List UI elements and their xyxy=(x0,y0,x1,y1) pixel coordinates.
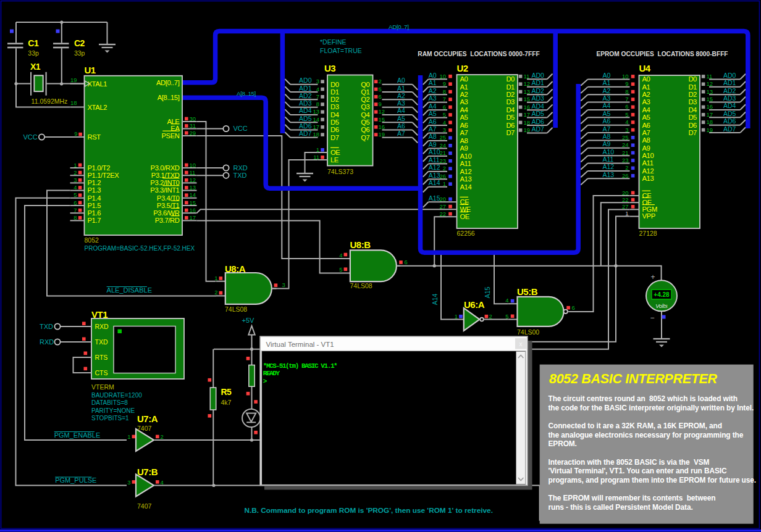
svg-text:P1.0/T2: P1.0/T2 xyxy=(88,164,111,172)
svg-text:4: 4 xyxy=(74,184,77,191)
svg-text:EPROM.: EPROM. xyxy=(549,439,577,448)
svg-text:A1: A1 xyxy=(429,79,437,86)
svg-text:U4: U4 xyxy=(639,63,651,73)
svg-text:A1: A1 xyxy=(397,85,405,92)
svg-text:Interaction with the 8052 BASI: Interaction with the 8052 BASIC is via t… xyxy=(549,458,710,467)
svg-text:AD2: AD2 xyxy=(723,87,736,94)
svg-text:AD0: AD0 xyxy=(299,77,312,84)
svg-text:5: 5 xyxy=(379,86,382,93)
svg-text:8: 8 xyxy=(443,88,446,95)
svg-text:17: 17 xyxy=(524,111,531,118)
svg-text:CTS: CTS xyxy=(95,369,108,376)
svg-text:AD[0..7]: AD[0..7] xyxy=(389,23,409,30)
svg-text:AD7: AD7 xyxy=(299,130,312,137)
svg-text:12: 12 xyxy=(707,80,713,87)
svg-text:P1.4: P1.4 xyxy=(88,194,101,202)
svg-text:A4: A4 xyxy=(642,106,650,114)
svg-text:A4: A4 xyxy=(397,107,405,114)
svg-text:XTAL2: XTAL2 xyxy=(88,104,107,111)
svg-text:26: 26 xyxy=(622,172,629,179)
svg-text:24: 24 xyxy=(439,142,446,149)
svg-text:PGM_ENABLE: PGM_ENABLE xyxy=(54,431,101,439)
svg-text:A13: A13 xyxy=(460,175,472,183)
svg-text:74LS373: 74LS373 xyxy=(327,168,353,175)
svg-text:A6: A6 xyxy=(642,122,650,129)
svg-text:A7: A7 xyxy=(642,129,650,136)
svg-text:A3: A3 xyxy=(603,94,611,102)
svg-text:P3.7/RD: P3.7/RD xyxy=(155,217,180,224)
svg-text:*MCS-51(tm) BASIC V1.1*: *MCS-51(tm) BASIC V1.1* xyxy=(263,362,337,370)
svg-text:A9: A9 xyxy=(642,144,650,152)
svg-text:2: 2 xyxy=(74,169,77,176)
svg-text:Q3: Q3 xyxy=(361,103,369,110)
svg-text:D0: D0 xyxy=(506,75,515,83)
svg-text:AD5: AD5 xyxy=(723,110,736,117)
svg-text:A0: A0 xyxy=(397,77,405,84)
svg-text:A15: A15 xyxy=(484,287,491,299)
svg-text:The EPROM will remember its co: The EPROM will remember its contents bet… xyxy=(549,494,716,502)
svg-text:5: 5 xyxy=(443,111,446,118)
svg-text:A6: A6 xyxy=(460,122,468,129)
svg-text:7407: 7407 xyxy=(137,502,152,510)
svg-text:14: 14 xyxy=(190,191,196,198)
svg-text:74LS08: 74LS08 xyxy=(225,305,247,313)
svg-text:EPROM OCCUPIES LOCATIONS 8000: EPROM OCCUPIES LOCATIONS 8000-BFFF xyxy=(596,51,728,57)
svg-text:RXD: RXD xyxy=(95,323,109,330)
svg-text:Q1: Q1 xyxy=(361,88,369,96)
svg-text:62256: 62256 xyxy=(457,230,475,237)
svg-text:6: 6 xyxy=(625,103,628,110)
svg-text:D7: D7 xyxy=(330,134,339,141)
svg-text:16: 16 xyxy=(524,104,531,110)
svg-text:5: 5 xyxy=(505,313,508,320)
svg-text:19: 19 xyxy=(524,127,531,133)
svg-text:7: 7 xyxy=(74,207,77,214)
svg-text:Connected to it are a 32K RAM,: Connected to it are a 32K RAM, a 16K EPR… xyxy=(549,422,722,430)
svg-text:2: 2 xyxy=(625,164,628,171)
svg-text:AD4: AD4 xyxy=(299,107,312,114)
svg-text:9: 9 xyxy=(74,130,77,137)
svg-text:C1: C1 xyxy=(28,38,39,48)
svg-text:D3: D3 xyxy=(330,103,339,110)
svg-text:AD4: AD4 xyxy=(723,102,736,109)
svg-text:A6: A6 xyxy=(603,117,611,125)
svg-text:U1: U1 xyxy=(85,65,96,75)
svg-text:VCC: VCC xyxy=(233,125,248,132)
svg-text:8: 8 xyxy=(316,101,319,107)
svg-text:11.0592MHz: 11.0592MHz xyxy=(32,98,68,105)
svg-text:OE: OE xyxy=(460,213,469,220)
svg-text:74LS08: 74LS08 xyxy=(350,282,372,289)
svg-text:−: − xyxy=(650,314,654,322)
svg-text:20: 20 xyxy=(439,196,446,202)
svg-text:AD5: AD5 xyxy=(532,110,545,117)
svg-text:12: 12 xyxy=(379,108,385,115)
svg-text:A2: A2 xyxy=(603,87,611,94)
svg-text:19: 19 xyxy=(379,131,385,138)
svg-text:6: 6 xyxy=(74,199,77,206)
svg-text:7: 7 xyxy=(316,93,319,100)
svg-text:AD7: AD7 xyxy=(532,125,545,133)
svg-text:13: 13 xyxy=(524,88,531,95)
svg-text:Q6: Q6 xyxy=(361,126,369,133)
svg-text:18: 18 xyxy=(524,119,531,126)
svg-text:Q0: Q0 xyxy=(361,81,369,88)
svg-text:A9: A9 xyxy=(429,141,437,148)
svg-text:18: 18 xyxy=(70,99,77,106)
svg-text:ALE_DISABLE: ALE_DISABLE xyxy=(107,286,152,294)
svg-text:Virtual Terminal - VT1: Virtual Terminal - VT1 xyxy=(266,341,334,348)
svg-text:Q2: Q2 xyxy=(361,96,369,103)
svg-text:13: 13 xyxy=(313,108,319,115)
svg-text:A6: A6 xyxy=(429,118,437,125)
svg-text:10: 10 xyxy=(190,162,196,168)
svg-text:5: 5 xyxy=(625,111,628,118)
svg-text:A12: A12 xyxy=(642,167,654,175)
svg-text:D3: D3 xyxy=(506,98,515,106)
svg-text:AD1: AD1 xyxy=(532,79,545,86)
svg-text:A4: A4 xyxy=(460,106,468,114)
svg-text:D0: D0 xyxy=(688,75,697,83)
svg-text:P3.0/RXD: P3.0/RXD xyxy=(151,164,180,172)
svg-text:VT1: VT1 xyxy=(91,309,107,320)
svg-text:R5: R5 xyxy=(221,387,232,397)
svg-text:D5: D5 xyxy=(330,118,339,126)
svg-text:runs - this is called Persiste: runs - this is called Persistent Model D… xyxy=(549,503,693,512)
svg-text:A11: A11 xyxy=(642,159,654,167)
